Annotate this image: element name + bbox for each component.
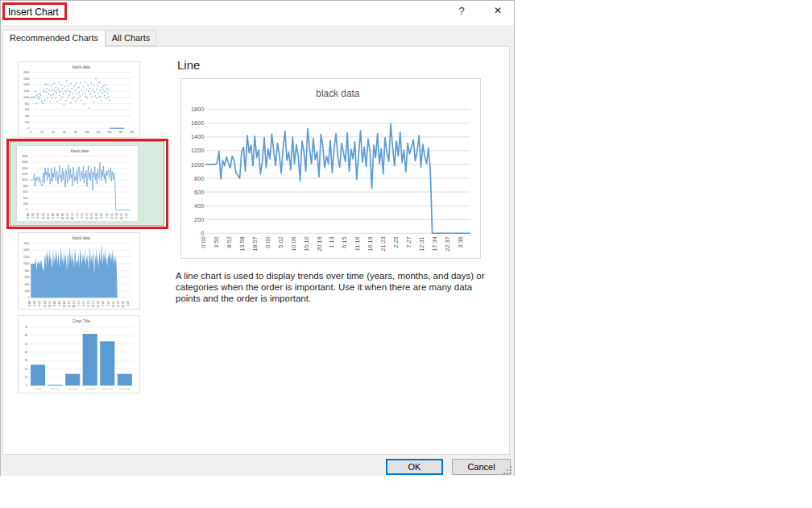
svg-text:600: 600 <box>25 108 30 111</box>
ok-button[interactable]: OK <box>386 459 443 475</box>
svg-text:20:19: 20:19 <box>316 236 323 252</box>
svg-text:22:37: 22:37 <box>122 301 125 307</box>
svg-text:0:00: 0:00 <box>53 301 56 306</box>
svg-text:black data: black data <box>316 88 360 99</box>
svg-text:0:00: 0:00 <box>27 213 30 219</box>
svg-text:1800: 1800 <box>22 155 28 158</box>
svg-text:1000: 1000 <box>22 178 28 181</box>
svg-text:800: 800 <box>25 102 30 106</box>
svg-text:160: 160 <box>118 131 123 134</box>
thumbnail-area-chart[interactable]: 02004006008001000120014001600black data0… <box>18 232 140 310</box>
tab-recommended-charts[interactable]: Recommended Charts <box>2 30 106 47</box>
svg-text:8:52: 8:52 <box>38 301 41 306</box>
svg-text:15:10: 15:10 <box>303 236 310 252</box>
dialog-content: 020040060080010001200140016001800black d… <box>2 46 510 455</box>
svg-text:1600: 1600 <box>23 242 30 245</box>
svg-text:10:06: 10:06 <box>61 213 64 219</box>
svg-text:0: 0 <box>26 208 27 211</box>
svg-text:80: 80 <box>74 131 77 134</box>
svg-text:(1400, 1680]: (1400, 1680] <box>119 388 131 390</box>
svg-text:8:52: 8:52 <box>36 213 39 219</box>
svg-text:0:00: 0:00 <box>28 301 31 306</box>
svg-text:6:15: 6:15 <box>82 301 85 306</box>
svg-text:40: 40 <box>52 131 55 134</box>
close-icon[interactable]: ✕ <box>491 5 505 19</box>
svg-text:200: 200 <box>25 121 30 124</box>
svg-text:50: 50 <box>25 343 28 346</box>
svg-text:3:50: 3:50 <box>31 213 35 219</box>
svg-text:6:15: 6:15 <box>81 213 84 219</box>
svg-text:1:13: 1:13 <box>328 236 335 248</box>
screen-background: Insert Chart ? ✕ Recommended Charts All … <box>0 0 812 508</box>
svg-text:1200: 1200 <box>23 256 30 259</box>
svg-text:black data: black data <box>72 65 91 69</box>
svg-text:40: 40 <box>25 351 28 354</box>
svg-text:7:27: 7:27 <box>405 236 412 248</box>
svg-text:200: 200 <box>194 216 204 223</box>
svg-text:black data: black data <box>72 236 91 240</box>
svg-text:1200: 1200 <box>191 147 205 154</box>
svg-text:1200: 1200 <box>23 90 30 93</box>
svg-text:(560, 840]: (560, 840] <box>68 388 77 390</box>
svg-text:180: 180 <box>130 131 135 134</box>
svg-text:22:37: 22:37 <box>444 236 451 252</box>
svg-text:18:57: 18:57 <box>48 301 52 307</box>
svg-text:12:31: 12:31 <box>110 213 114 219</box>
svg-text:21:23: 21:23 <box>97 301 100 307</box>
svg-text:120: 120 <box>96 131 101 134</box>
svg-text:12:31: 12:31 <box>418 236 425 252</box>
svg-text:1:13: 1:13 <box>76 213 79 219</box>
svg-text:16:19: 16:19 <box>92 301 95 307</box>
svg-text:18:57: 18:57 <box>251 236 259 252</box>
svg-text:1:13: 1:13 <box>77 301 81 306</box>
svg-text:20:19: 20:19 <box>71 213 74 219</box>
svg-text:2:25: 2:25 <box>102 301 105 306</box>
svg-text:black data: black data <box>71 149 89 153</box>
svg-text:1000: 1000 <box>23 96 30 99</box>
dialog-footer: OK Cancel <box>1 455 514 476</box>
svg-text:16:19: 16:19 <box>90 213 93 219</box>
svg-text:13:58: 13:58 <box>238 236 246 252</box>
svg-text:[0, 280]: [0, 280] <box>35 388 42 390</box>
svg-text:200: 200 <box>25 289 30 293</box>
svg-text:17:34: 17:34 <box>115 213 118 219</box>
svg-text:1800: 1800 <box>191 106 205 113</box>
svg-text:600: 600 <box>23 190 28 194</box>
svg-text:17:34: 17:34 <box>431 236 438 252</box>
svg-text:16:19: 16:19 <box>367 236 374 252</box>
svg-text:13:58: 13:58 <box>42 213 45 219</box>
svg-text:15:10: 15:10 <box>66 213 69 219</box>
resize-grip[interactable] <box>503 465 512 475</box>
svg-text:5:02: 5:02 <box>56 213 60 219</box>
svg-text:100: 100 <box>85 131 89 134</box>
chart-description: A line chart is used to display trends o… <box>176 270 496 304</box>
svg-text:600: 600 <box>194 189 204 196</box>
svg-text:18:57: 18:57 <box>47 213 50 219</box>
svg-text:3:50: 3:50 <box>213 236 220 248</box>
svg-text:800: 800 <box>25 269 30 273</box>
svg-text:0:00: 0:00 <box>52 213 55 219</box>
svg-text:11:16: 11:16 <box>87 301 90 307</box>
thumbnail-line-chart-selected[interactable]: 020040060080010001200140016001800black d… <box>16 145 139 222</box>
svg-text:10: 10 <box>25 376 28 379</box>
svg-text:5:02: 5:02 <box>277 236 284 248</box>
svg-text:20:19: 20:19 <box>72 301 76 307</box>
tab-all-charts[interactable]: All Charts <box>106 30 156 46</box>
svg-text:400: 400 <box>25 115 30 118</box>
preview-heading: Line <box>177 58 200 72</box>
insert-chart-dialog: Insert Chart ? ✕ Recommended Charts All … <box>0 0 515 476</box>
svg-text:2:25: 2:25 <box>392 236 400 248</box>
svg-text:1400: 1400 <box>22 167 28 170</box>
svg-text:11:16: 11:16 <box>85 213 89 219</box>
svg-text:3:36: 3:36 <box>125 213 128 219</box>
svg-text:800: 800 <box>194 175 204 182</box>
svg-text:1400: 1400 <box>23 83 30 86</box>
svg-text:1800: 1800 <box>23 71 30 74</box>
svg-text:400: 400 <box>23 197 28 200</box>
thumbnail-histogram-chart[interactable]: 010203040506070Chart Title[0, 280](280, … <box>18 315 140 393</box>
thumbnail-scatter-chart[interactable]: 020040060080010001200140016001800black d… <box>18 61 140 138</box>
svg-text:1400: 1400 <box>23 248 30 252</box>
svg-text:(1120, 1400]: (1120, 1400] <box>102 388 113 390</box>
help-icon[interactable]: ? <box>455 5 468 19</box>
tab-strip: Recommended Charts All Charts <box>1 30 514 47</box>
